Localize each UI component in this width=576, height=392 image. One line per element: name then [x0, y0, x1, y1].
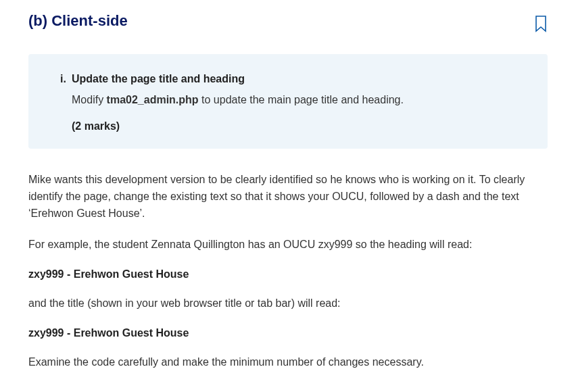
filename: tma02_admin.php: [107, 94, 199, 105]
section-header: (b) Client-side: [28, 12, 548, 35]
task-box: i. Update the page title and heading Mod…: [28, 54, 548, 149]
example-heading: zxy999 - Erehwon Guest House: [28, 268, 548, 280]
paragraph: and the title (shown in your web browser…: [28, 295, 548, 312]
item-marker: i.: [49, 73, 66, 85]
item-title: Update the page title and heading: [72, 73, 245, 85]
bookmark-icon[interactable]: [534, 15, 548, 35]
paragraph: Examine the code carefully and make the …: [28, 354, 548, 371]
item-body: Modify tma02_admin.php to update the mai…: [72, 92, 527, 108]
section-heading: (b) Client-side: [28, 12, 128, 30]
item-body-post: to update the main page title and headin…: [199, 94, 404, 105]
task-item-header: i. Update the page title and heading: [49, 73, 527, 85]
item-body-pre: Modify: [72, 94, 107, 105]
paragraph: Mike wants this development version to b…: [28, 172, 548, 222]
marks-label: (2 marks): [72, 120, 527, 132]
example-title: zxy999 - Erehwon Guest House: [28, 327, 548, 339]
paragraph: For example, the student Zennata Quillin…: [28, 237, 548, 253]
